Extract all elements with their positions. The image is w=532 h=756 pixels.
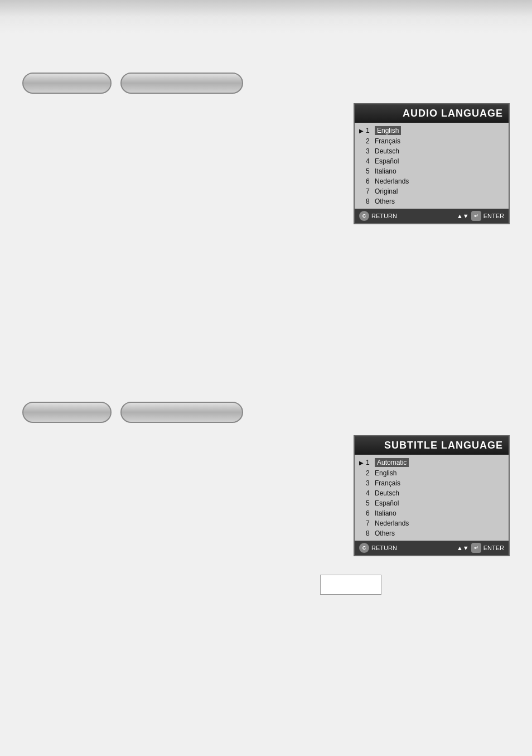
subtitle-language-item[interactable]: 3 Français [355,478,509,488]
pill-button-2[interactable] [120,73,243,94]
item-label: Deutsch [375,489,399,497]
audio-language-item[interactable]: 4 Español [355,156,509,166]
small-white-box [320,575,381,595]
pill-buttons-group-2 [22,402,243,423]
item-num: 6 [366,177,375,185]
item-arrow: ▶ [359,460,366,466]
item-label: Français [375,137,400,145]
item-num: 7 [366,187,375,195]
audio-language-item[interactable]: 5 Italiano [355,166,509,176]
subtitle-language-items: ▶ 1 Automatic 2 English 3 Français 4 Deu… [355,455,509,541]
subtitle-language-item[interactable]: 2 English [355,468,509,478]
subtitle-language-footer: C RETURN ▲▼ ↵ ENTER [355,541,509,555]
subtitle-language-title: SUBTITLE LANGUAGE [355,436,509,455]
item-label: Español [375,499,399,507]
subtitle-footer-nav-enter-right: ▲▼ ↵ ENTER [457,543,504,553]
item-num: 5 [366,167,375,175]
item-num: 4 [366,157,375,165]
audio-language-item[interactable]: 2 Français [355,136,509,146]
subtitle-enter-icon: ↵ [471,543,481,553]
item-label: Deutsch [375,147,399,155]
item-num: 2 [366,469,375,477]
item-label: Automatic [375,458,409,467]
item-label: Français [375,479,400,487]
pill-button-3[interactable] [22,402,112,423]
item-arrow: ▶ [359,128,366,134]
audio-language-item[interactable]: 6 Nederlands [355,176,509,186]
item-num: 5 [366,499,375,507]
subtitle-language-item[interactable]: 4 Deutsch [355,488,509,498]
audio-language-item[interactable]: 3 Deutsch [355,146,509,156]
item-label: Nederlands [375,519,409,527]
top-bar [0,0,532,33]
pill-button-4[interactable] [120,402,243,423]
subtitle-nav-arrows: ▲▼ [457,545,469,551]
subtitle-language-item[interactable]: 5 Español [355,498,509,508]
item-label: Original [375,187,398,195]
audio-language-items: ▶ 1 English 2 Français 3 Deutsch 4 Españ… [355,123,509,209]
audio-language-box: AUDIO LANGUAGE ▶ 1 English 2 Français 3 … [354,103,510,224]
subtitle-language-item[interactable]: ▶ 1 Automatic [355,457,509,468]
item-label: Others [375,198,395,205]
audio-language-item[interactable]: 7 Original [355,186,509,196]
item-num: 6 [366,509,375,517]
item-num: 4 [366,489,375,497]
item-num: 1 [366,459,375,466]
audio-language-footer: C RETURN ▲▼ ↵ ENTER [355,209,509,223]
item-num: 1 [366,127,375,134]
item-label: Español [375,157,399,165]
item-label: Italiano [375,509,396,517]
subtitle-language-item[interactable]: 6 Italiano [355,508,509,518]
item-label: Italiano [375,167,396,175]
footer-nav-enter-right: ▲▼ ↵ ENTER [457,211,504,221]
subtitle-language-item[interactable]: 8 Others [355,528,509,538]
item-num: 8 [366,198,375,205]
item-num: 2 [366,137,375,145]
item-num: 3 [366,479,375,487]
item-label: Others [375,529,395,537]
item-label: Nederlands [375,177,409,185]
item-num: 7 [366,519,375,527]
return-icon: C [359,211,369,221]
subtitle-enter-label: ENTER [483,545,504,551]
footer-return-left: C RETURN [359,211,397,221]
subtitle-footer-return-left: C RETURN [359,543,397,553]
nav-arrows: ▲▼ [457,213,469,219]
subtitle-language-box: SUBTITLE LANGUAGE ▶ 1 Automatic 2 Englis… [354,435,510,556]
item-label: English [375,126,401,135]
item-num: 8 [366,529,375,537]
item-label: English [375,469,396,477]
audio-language-item[interactable]: ▶ 1 English [355,125,509,136]
subtitle-return-label: RETURN [371,545,397,551]
audio-language-item[interactable]: 8 Others [355,196,509,206]
enter-label: ENTER [483,213,504,219]
subtitle-return-icon: C [359,543,369,553]
enter-icon: ↵ [471,211,481,221]
pill-button-1[interactable] [22,73,112,94]
pill-buttons-group-1 [22,73,243,94]
audio-language-title: AUDIO LANGUAGE [355,104,509,123]
subtitle-language-item[interactable]: 7 Nederlands [355,518,509,528]
return-label: RETURN [371,213,397,219]
item-num: 3 [366,147,375,155]
